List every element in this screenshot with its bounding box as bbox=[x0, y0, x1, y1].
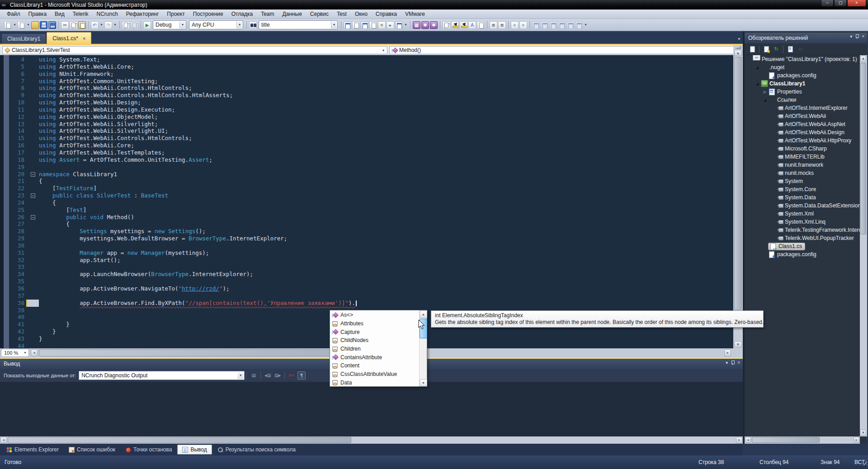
scrollbar-thumb[interactable] bbox=[734, 57, 742, 310]
tree-item[interactable]: ▷Properties bbox=[745, 88, 860, 96]
properties-icon[interactable] bbox=[748, 45, 756, 53]
menu-item[interactable]: Окно bbox=[351, 9, 372, 19]
redo-icon[interactable]: ↷ bbox=[104, 21, 112, 29]
code-line[interactable]: 27 { bbox=[0, 220, 733, 228]
code-line[interactable]: 11using ArtOfTest.WebAii.Design.Executio… bbox=[0, 106, 733, 113]
solution-explorer-toolbar-icon[interactable] bbox=[395, 21, 403, 29]
member-dropdown[interactable]: Method() ▾ bbox=[389, 46, 740, 54]
new-project-dropdown-icon[interactable]: ▾ bbox=[13, 21, 17, 29]
decrease-indent-icon[interactable]: ≣ bbox=[490, 21, 497, 29]
bookmark-toggle-icon[interactable] bbox=[532, 21, 540, 29]
selected-tree-item[interactable]: Class1.cs bbox=[768, 243, 805, 250]
copy-icon[interactable] bbox=[70, 21, 77, 29]
scroll-down-icon[interactable]: ▼ bbox=[420, 379, 427, 386]
code-line[interactable]: 29 mysettings.Web.DefaultBrowser = Brows… bbox=[0, 235, 733, 242]
tool-tab-errorlist[interactable]: Список ошибок bbox=[64, 445, 120, 454]
fold-collapse-icon[interactable]: − bbox=[31, 172, 35, 177]
code-editor[interactable]: 4using System.Text;5using ArtOfTest.WebA… bbox=[0, 55, 733, 348]
scroll-left-icon[interactable]: ◂ bbox=[0, 437, 7, 443]
code-line[interactable]: 13using ArtOfTest.WebAii.Silverlight; bbox=[0, 121, 733, 128]
expanded-arrow-icon[interactable]: ◢ bbox=[754, 66, 760, 70]
solution-explorer-vertical-scrollbar[interactable]: ▲ ▼ bbox=[860, 55, 867, 436]
select-pointer-icon[interactable] bbox=[451, 21, 459, 29]
tree-item[interactable]: ◢ClassLibrary1 bbox=[745, 80, 860, 88]
snap-pointer-icon[interactable] bbox=[460, 21, 467, 29]
menu-item[interactable]: Отладка bbox=[227, 9, 257, 19]
output-horizontal-scrollbar[interactable]: ◂ ▸ bbox=[0, 436, 743, 444]
title-bar[interactable]: ∞ ClassLibrary1 - Microsoft Visual Studi… bbox=[0, 0, 868, 9]
code-line[interactable]: 9using ArtOfTest.WebAii.Controls.HtmlCon… bbox=[0, 92, 733, 99]
code-line[interactable]: 35 bbox=[0, 278, 733, 285]
code-line[interactable]: 20−namespace ClassLibrary1 bbox=[0, 171, 733, 178]
toolbar-overflow-icon[interactable]: ▾ bbox=[584, 21, 588, 29]
tree-item[interactable]: Telerik.WebUI.PopupTracker bbox=[745, 234, 860, 242]
code-line[interactable]: 14using ArtOfTest.WebAii.Silverlight.UI; bbox=[0, 127, 733, 135]
scroll-left-icon[interactable]: ◂ bbox=[31, 349, 38, 356]
code-line[interactable]: 30 bbox=[0, 242, 733, 249]
display-windows-icon[interactable] bbox=[443, 21, 450, 29]
tree-item[interactable]: ArtOfTest.WebAii.AspNet bbox=[745, 120, 860, 128]
chevron-down-icon[interactable]: ▾ bbox=[237, 372, 244, 379]
save-icon[interactable] bbox=[40, 21, 47, 29]
tab-class1-cs[interactable]: Class1.cs* × bbox=[47, 32, 91, 44]
tree-item[interactable]: MIMEFILTERLib bbox=[745, 153, 860, 161]
ncrunch-icon-1[interactable]: ▦ bbox=[413, 21, 420, 29]
pin-icon[interactable] bbox=[855, 34, 859, 39]
code-line[interactable]: 24 { bbox=[0, 199, 733, 206]
menu-item[interactable]: Справка bbox=[372, 9, 401, 19]
output-source-dropdown[interactable]: NCrunch Diagnostic Output ▾ bbox=[79, 371, 245, 380]
type-dropdown[interactable]: ClassLibrary1.SilverTest ▾ bbox=[2, 46, 387, 54]
tree-item[interactable]: ◢.nuget bbox=[745, 63, 860, 71]
scrollbar-thumb[interactable] bbox=[8, 437, 351, 443]
tree-item[interactable]: packages.config bbox=[745, 250, 860, 258]
tree-item[interactable]: ArtOfTest.WebAii.Design bbox=[745, 128, 860, 136]
code-line[interactable]: 37 bbox=[0, 292, 733, 300]
completion-item[interactable]: Attributes bbox=[330, 319, 419, 328]
solution-explorer-horizontal-scrollbar[interactable]: ◂ ▸ bbox=[745, 436, 860, 444]
scroll-down-icon[interactable]: ▼ bbox=[734, 341, 742, 347]
editor-zoom-dropdown[interactable]: 100 % ▾ bbox=[1, 349, 29, 357]
completion-item[interactable]: Children bbox=[330, 345, 419, 353]
find-symbol-icon[interactable] bbox=[344, 21, 351, 29]
bookmark-folder-prev-icon[interactable] bbox=[558, 21, 566, 29]
previous-message-icon[interactable]: ◂▤ bbox=[264, 371, 272, 380]
tree-item[interactable]: Telerik.TestingFramework.Interop bbox=[745, 226, 860, 234]
menu-item[interactable]: Данные bbox=[278, 9, 306, 19]
tree-item[interactable]: System.Xml.Linq bbox=[745, 218, 860, 226]
document-outline-icon[interactable] bbox=[477, 21, 485, 29]
undo-icon[interactable]: ↶ bbox=[91, 21, 99, 29]
scroll-up-icon[interactable]: ▲ bbox=[734, 50, 742, 56]
code-line[interactable]: 23− public class SilverTest : BaseTest bbox=[0, 192, 733, 199]
chevron-down-icon[interactable]: ▾ bbox=[331, 21, 337, 28]
scroll-right-icon[interactable]: ▸ bbox=[854, 437, 859, 443]
tool-tab-output[interactable]: Вывод bbox=[177, 445, 212, 455]
code-line[interactable]: 19 bbox=[0, 164, 733, 171]
bookmark-folder-next-icon[interactable] bbox=[566, 21, 574, 29]
completion-item[interactable]: ContainsAttribute bbox=[330, 353, 419, 361]
code-line[interactable]: 25 [Test] bbox=[0, 206, 733, 214]
code-line[interactable]: 33 bbox=[0, 263, 733, 271]
toolbox-icon[interactable]: ✕ bbox=[378, 21, 386, 29]
tree-item[interactable]: System.Data bbox=[745, 193, 860, 202]
start-page-icon[interactable]: ▸ bbox=[387, 21, 394, 29]
platform-dropdown[interactable]: Any CPU▾ bbox=[189, 20, 243, 29]
ncrunch-icon-2[interactable]: ✱ bbox=[421, 21, 429, 29]
code-line[interactable]: 34 app.LaunchNewBrowser(BrowserType.Inte… bbox=[0, 271, 733, 278]
menu-item[interactable]: Вид bbox=[51, 9, 69, 19]
code-line[interactable]: 31 Manager app = new Manager(mysettings)… bbox=[0, 249, 733, 257]
menu-item[interactable]: VMware bbox=[401, 9, 429, 19]
navigate-forward-icon[interactable] bbox=[131, 21, 138, 29]
paste-icon[interactable] bbox=[78, 21, 86, 29]
tree-item[interactable]: ArtOfTest.WebAii.HttpProxy bbox=[745, 136, 860, 145]
comment-icon[interactable]: ≡ bbox=[511, 21, 519, 29]
ncrunch-icon-3[interactable]: ✱ bbox=[430, 21, 438, 29]
code-line[interactable]: 32 app.Start(); bbox=[0, 257, 733, 264]
minimize-button[interactable]: ‒ bbox=[821, 0, 834, 7]
scroll-up-icon[interactable]: ▲ bbox=[860, 56, 866, 62]
clear-all-icon[interactable]: ≡× bbox=[288, 371, 296, 380]
show-all-files-icon[interactable] bbox=[762, 45, 770, 53]
find-in-files-icon[interactable] bbox=[249, 21, 257, 29]
code-line[interactable]: 38 app.ActiveBrowser.Find.ByXPath("//spa… bbox=[0, 300, 733, 307]
bookmark-clear-icon[interactable] bbox=[575, 21, 583, 29]
tree-item[interactable]: ◢Ссылки bbox=[745, 96, 860, 104]
